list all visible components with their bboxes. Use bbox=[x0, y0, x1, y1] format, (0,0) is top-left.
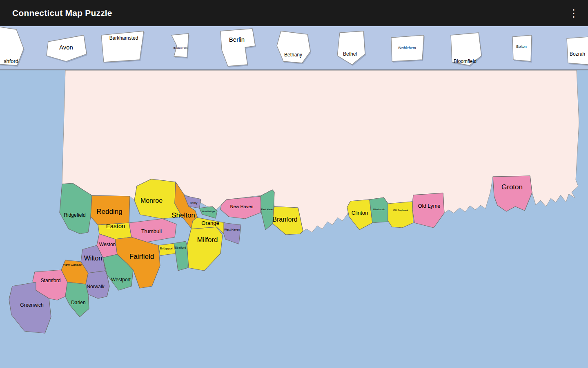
piece-label: Orange bbox=[201, 220, 219, 226]
placed-piece-redding[interactable]: Redding bbox=[91, 195, 130, 225]
piece-label: Trumbull bbox=[141, 228, 162, 234]
piece-label: Weston bbox=[99, 242, 116, 247]
piece-tray: shfordAvonBarkhamstedBeacon FallsBerlinB… bbox=[0, 26, 588, 70]
map-canvas: RidgefieldReddingMonroeDerbyWoodbridgeSh… bbox=[0, 70, 588, 368]
piece-label: Old Saybrook bbox=[393, 209, 408, 211]
placed-piece-shape bbox=[493, 176, 532, 211]
piece-label: Berlin bbox=[229, 36, 245, 43]
overflow-menu-icon[interactable]: ⋮ bbox=[565, 4, 582, 22]
piece-label: Bozrah bbox=[570, 51, 585, 57]
piece-label: Wilton bbox=[84, 255, 102, 262]
piece-label: Darien bbox=[71, 300, 85, 305]
placed-piece-shape bbox=[388, 202, 413, 228]
tray-piece-bethel[interactable]: Bethel bbox=[337, 31, 366, 66]
tray-piece-bethlehem[interactable]: Bethlehem bbox=[391, 35, 425, 63]
tray-piece-bethany[interactable]: Bethany bbox=[277, 31, 311, 64]
tray-piece-bolton[interactable]: Bolton bbox=[512, 35, 532, 63]
piece-label: Norwalk bbox=[87, 284, 105, 289]
piece-label: Woodbridge bbox=[202, 210, 215, 213]
piece-label: Old Lyme bbox=[418, 203, 440, 209]
tray-piece-shape bbox=[337, 31, 365, 65]
tray-piece-shape bbox=[277, 31, 310, 63]
tray-piece-ashford[interactable]: shford bbox=[0, 26, 24, 67]
piece-label: Easton bbox=[106, 222, 125, 229]
piece-label: Bethel bbox=[343, 51, 357, 57]
piece-label: Bolton bbox=[516, 45, 527, 49]
piece-label: East Haven bbox=[261, 208, 274, 211]
piece-label: Clinton bbox=[352, 210, 368, 216]
piece-label: Westport bbox=[111, 277, 131, 283]
piece-label: Beacon Falls bbox=[174, 47, 188, 49]
piece-label: Monroe bbox=[140, 197, 163, 204]
piece-label: shford bbox=[4, 58, 18, 64]
piece-label: New Canaan bbox=[63, 263, 82, 267]
piece-label: Ridgefield bbox=[64, 212, 85, 218]
tray-piece-shape bbox=[172, 34, 189, 57]
piece-label: Redding bbox=[96, 208, 122, 215]
placed-piece-norwalk[interactable]: Norwalk bbox=[86, 271, 109, 298]
piece-label: Shelton bbox=[172, 211, 195, 219]
placed-piece-westbrook[interactable]: Westbrook bbox=[370, 197, 388, 223]
piece-label: Stamford bbox=[41, 278, 61, 283]
piece-label: Avon bbox=[59, 44, 73, 51]
placed-piece-old-saybrook[interactable]: Old Saybrook bbox=[388, 202, 413, 228]
piece-label: Westbrook bbox=[373, 208, 385, 211]
piece-label: Bethany bbox=[284, 52, 302, 58]
tray-piece-barkhamsted[interactable]: Barkhamsted bbox=[101, 31, 145, 63]
tray-piece-bloomfield[interactable]: Bloomfield bbox=[451, 33, 482, 67]
map-area: RidgefieldReddingMonroeDerbyWoodbridgeSh… bbox=[0, 70, 588, 368]
piece-label: Derby bbox=[190, 202, 198, 205]
piece-label: Groton bbox=[501, 183, 523, 191]
app-bar: Connecticut Map Puzzle ⋮ bbox=[0, 0, 588, 26]
piece-label: Bethlehem bbox=[398, 46, 416, 50]
piece-label: Milford bbox=[197, 236, 218, 244]
placed-piece-groton[interactable]: Groton bbox=[493, 176, 532, 211]
piece-label: Stratford bbox=[175, 246, 186, 249]
piece-label: Fairfield bbox=[129, 253, 154, 260]
piece-label: Bridgeport bbox=[160, 247, 173, 250]
piece-tray-canvas: shfordAvonBarkhamstedBeacon FallsBerlinB… bbox=[0, 26, 588, 70]
tray-piece-bozrah[interactable]: Bozrah bbox=[567, 37, 588, 66]
app-title: Connecticut Map Puzzle bbox=[12, 8, 112, 18]
piece-label: Bloomfield bbox=[454, 58, 477, 64]
tray-piece-berlin[interactable]: Berlin bbox=[220, 29, 256, 67]
piece-label: New Haven bbox=[230, 204, 254, 209]
piece-label: Barkhamsted bbox=[109, 35, 138, 41]
piece-label: West Haven bbox=[224, 228, 240, 231]
placed-piece-bridgeport[interactable]: Bridgeport bbox=[158, 243, 176, 256]
tray-piece-shape bbox=[567, 37, 588, 65]
app-window: Connecticut Map Puzzle ⋮ shfordAvonBarkh… bbox=[0, 0, 588, 368]
piece-label: Greenwich bbox=[20, 302, 43, 308]
tray-piece-avon[interactable]: Avon bbox=[47, 35, 87, 63]
tray-piece-beacon-falls[interactable]: Beacon Falls bbox=[172, 34, 189, 58]
piece-label: Branford bbox=[272, 216, 297, 223]
